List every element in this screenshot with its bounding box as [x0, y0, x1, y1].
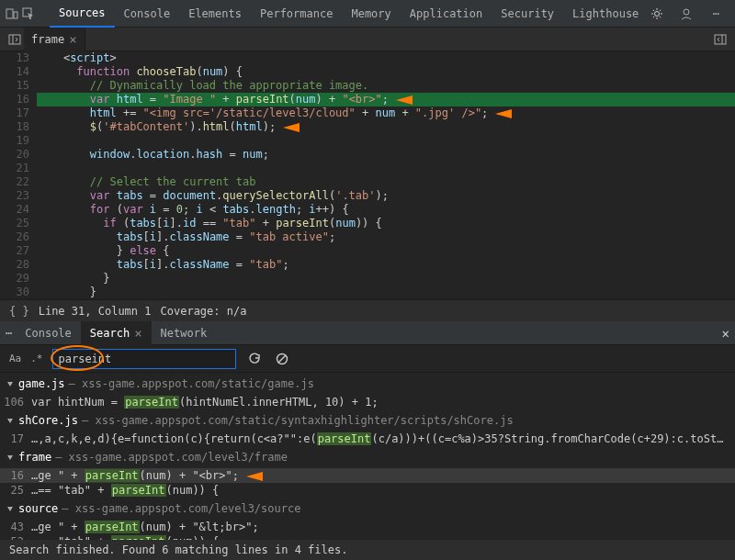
drawer-tabs: ⋯ ConsoleSearch ×Network ✕	[0, 321, 735, 345]
cursor-position: Line 31, Column 1	[39, 305, 152, 318]
code-line[interactable]: $('#tabContent').html(html);	[37, 120, 735, 134]
refresh-search-icon[interactable]	[245, 350, 264, 368]
close-icon[interactable]: ×	[69, 32, 76, 47]
more-icon[interactable]: ⋯	[707, 5, 725, 23]
close-drawer-icon[interactable]: ✕	[722, 326, 729, 341]
annotation-arrow	[246, 472, 263, 481]
panel-tab-sources[interactable]: Sources	[50, 0, 115, 28]
panel-tab-memory[interactable]: Memory	[342, 0, 400, 28]
svg-point-3	[655, 11, 660, 16]
panel-tab-elements[interactable]: Elements	[179, 0, 251, 28]
svg-rect-7	[715, 35, 726, 44]
result-file-header[interactable]: shCore.js — xss-game.appspot.com/static/…	[0, 409, 735, 431]
caret-down-icon	[7, 507, 13, 511]
result-file-header[interactable]: frame — xss-game.appspot.com/level3/fram…	[0, 446, 735, 468]
code-line[interactable]: <script>	[37, 51, 735, 65]
search-bar: Aa .*	[0, 345, 735, 373]
svg-line-10	[278, 355, 286, 363]
annotation-arrow	[396, 95, 413, 105]
result-line[interactable]: 17…,a,c,k,e,d){e=function(c){return(c<a?…	[0, 431, 735, 446]
main-toolbar: SourcesConsoleElementsPerformanceMemoryA…	[0, 0, 735, 28]
code-line[interactable]: // Dynamically load the appropriate imag…	[37, 79, 735, 93]
feedback-icon[interactable]	[677, 5, 695, 23]
code-line[interactable]	[37, 162, 735, 175]
panel-tab-security[interactable]: Security	[492, 0, 563, 28]
search-status: Search finished. Found 6 matching lines …	[0, 540, 735, 560]
result-file-header[interactable]: game.js — xss-game.appspot.com/static/ga…	[0, 373, 735, 395]
file-tab-frame[interactable]: frame ×	[24, 28, 85, 51]
panel-tab-application[interactable]: Application	[401, 0, 492, 28]
code-line[interactable]: // Select the current tab	[37, 175, 735, 189]
code-line[interactable]: var html = "Image " + parseInt(num) + "<…	[37, 93, 735, 106]
svg-point-4	[684, 9, 689, 15]
inspect-icon[interactable]	[22, 5, 35, 23]
result-line[interactable]: 43…ge " + parseInt(num) + "&lt;br>";	[0, 520, 735, 534]
caret-down-icon	[7, 382, 13, 386]
clear-search-icon[interactable]	[273, 350, 291, 368]
panel-tab-console[interactable]: Console	[115, 0, 180, 28]
sources-subbar: frame ×	[0, 28, 735, 51]
code-line[interactable]: }	[37, 286, 735, 299]
search-input[interactable]	[52, 349, 236, 369]
regex-toggle[interactable]: .*	[30, 353, 42, 364]
code-line[interactable]: } else {	[37, 244, 735, 258]
result-line[interactable]: 106var hintNum = parseInt(hintNumEl.inne…	[0, 395, 735, 409]
more-icon[interactable]: ⋯	[6, 327, 12, 340]
code-line[interactable]: html += "<img src='/static/level3/cloud"…	[37, 106, 735, 120]
code-line[interactable]: }	[37, 272, 735, 286]
caret-down-icon	[7, 455, 13, 460]
device-toggle-icon[interactable]	[6, 5, 18, 23]
editor-status-bar: { } Line 31, Column 1 Coverage: n/a	[0, 299, 735, 321]
search-results: game.js — xss-game.appspot.com/static/ga…	[0, 373, 735, 549]
code-line[interactable]: tabs[i].className = "tab active";	[37, 230, 735, 244]
code-line[interactable]: window.location.hash = num;	[37, 148, 735, 162]
drawer-tab-search[interactable]: Search ×	[81, 321, 152, 345]
settings-icon[interactable]	[648, 5, 666, 23]
svg-rect-1	[14, 12, 17, 18]
panel-tab-lighthouse[interactable]: Lighthouse	[563, 0, 648, 28]
code-line[interactable]: tabs[i].className = "tab";	[37, 258, 735, 272]
annotation-arrow	[495, 109, 512, 118]
result-line[interactable]: 25…== "tab" + parseInt(num)) {	[0, 483, 735, 498]
code-line[interactable]	[37, 134, 735, 148]
code-line[interactable]: if (tabs[i].id == "tab" + parseInt(num))…	[37, 217, 735, 230]
code-line[interactable]: for (var i = 0; i < tabs.length; i++) {	[37, 203, 735, 217]
code-line[interactable]: function chooseTab(num) {	[37, 65, 735, 79]
caret-down-icon	[7, 419, 13, 423]
code-line[interactable]: var tabs = document.querySelectorAll('.t…	[37, 189, 735, 203]
drawer-tab-console[interactable]: Console	[16, 321, 81, 345]
toggle-navigator-icon[interactable]	[6, 30, 24, 49]
annotation-arrow	[283, 123, 300, 132]
coverage-status: Coverage: n/a	[161, 305, 247, 318]
result-line[interactable]: 16…ge " + parseInt(num) + "<br>";	[0, 468, 735, 483]
svg-rect-0	[6, 9, 13, 18]
panel-tab-performance[interactable]: Performance	[251, 0, 342, 28]
result-file-header[interactable]: source — xss-game.appspot.com/level3/sou…	[0, 498, 735, 520]
toggle-debugger-icon[interactable]	[711, 30, 729, 49]
pretty-print-icon[interactable]: { }	[9, 305, 29, 318]
match-case-toggle[interactable]: Aa	[9, 353, 21, 364]
drawer-tab-network[interactable]: Network	[152, 321, 217, 345]
code-editor[interactable]: 13141516171819202122232425262728293031 <…	[0, 51, 735, 299]
svg-rect-5	[9, 35, 20, 44]
close-icon[interactable]: ×	[134, 326, 141, 341]
file-tab-label: frame	[31, 33, 64, 46]
